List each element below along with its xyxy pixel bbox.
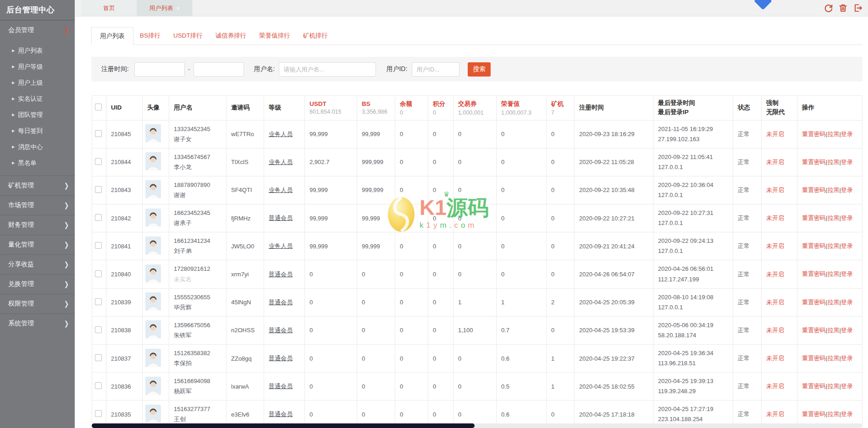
topbar-tab[interactable]: 用户列表 × bbox=[137, 0, 193, 16]
sidebar-group[interactable]: 市场管理 ❯ bbox=[0, 195, 75, 215]
reset-password-link[interactable]: 重置密码 bbox=[802, 214, 826, 221]
row-checkbox[interactable] bbox=[95, 298, 102, 305]
logout-button[interactable] bbox=[853, 3, 862, 13]
row-checkbox[interactable] bbox=[95, 410, 102, 417]
trash-button[interactable] bbox=[838, 3, 848, 13]
reset-password-link[interactable]: 重置密码 bbox=[802, 355, 826, 362]
force-toggle-link[interactable]: 未开启 bbox=[766, 242, 784, 249]
reset-password-link[interactable]: 重置密码 bbox=[802, 411, 826, 417]
topbar-tab[interactable]: 首页 bbox=[82, 0, 137, 16]
select-all-checkbox[interactable] bbox=[95, 104, 102, 110]
search-button[interactable]: 搜索 bbox=[468, 62, 491, 77]
reset-password-link[interactable]: 重置密码 bbox=[802, 299, 826, 306]
page-tab[interactable]: USDT排行 bbox=[167, 27, 209, 44]
blacklist-link[interactable]: 拉黑 bbox=[827, 242, 839, 249]
sidebar-group[interactable]: 量化管理 ❯ bbox=[0, 235, 75, 254]
row-checkbox[interactable] bbox=[95, 354, 102, 361]
page-tab[interactable]: 矿机排行 bbox=[297, 27, 334, 44]
reset-password-link[interactable]: 重置密码 bbox=[802, 383, 826, 390]
login-as-link[interactable]: 登录 bbox=[841, 327, 853, 334]
level-link[interactable]: 普通会员 bbox=[269, 327, 293, 334]
blacklist-link[interactable]: 拉黑 bbox=[827, 214, 839, 221]
row-checkbox[interactable] bbox=[95, 214, 102, 221]
sidebar-group[interactable]: 财务管理 ❯ bbox=[0, 215, 75, 235]
login-as-link[interactable]: 登录 bbox=[841, 131, 853, 137]
blacklist-link[interactable]: 拉黑 bbox=[827, 299, 839, 306]
reg-time-to-input[interactable] bbox=[194, 62, 244, 77]
force-toggle-link[interactable]: 未开启 bbox=[766, 159, 784, 165]
login-as-link[interactable]: 登录 bbox=[841, 411, 853, 417]
reset-password-link[interactable]: 重置密码 bbox=[802, 131, 826, 137]
sidebar-group-member[interactable]: 会员管理 ❯ bbox=[0, 20, 75, 40]
blacklist-link[interactable]: 拉黑 bbox=[827, 327, 839, 334]
force-toggle-link[interactable]: 未开启 bbox=[766, 299, 784, 306]
sidebar-group[interactable]: 兑换管理 ❯ bbox=[0, 274, 75, 294]
force-toggle-link[interactable]: 未开启 bbox=[766, 355, 784, 362]
scrollbar-thumb[interactable] bbox=[92, 423, 475, 428]
force-toggle-link[interactable]: 未开启 bbox=[766, 187, 784, 193]
row-checkbox[interactable] bbox=[95, 270, 102, 277]
row-checkbox[interactable] bbox=[95, 130, 102, 137]
login-as-link[interactable]: 登录 bbox=[841, 355, 853, 362]
sidebar-subitem[interactable]: ▶ 用户列表 bbox=[0, 43, 75, 59]
sidebar-group[interactable]: 分享收益 ❯ bbox=[0, 254, 75, 274]
sidebar-subitem[interactable]: ▶ 实名认证 bbox=[0, 91, 75, 107]
reset-password-link[interactable]: 重置密码 bbox=[802, 159, 826, 165]
level-link[interactable]: 普通会员 bbox=[269, 271, 293, 278]
sidebar-subitem[interactable]: ▶ 用户上级 bbox=[0, 75, 75, 91]
row-checkbox[interactable] bbox=[95, 382, 102, 389]
blacklist-link[interactable]: 拉黑 bbox=[827, 131, 839, 137]
row-checkbox[interactable] bbox=[95, 242, 102, 249]
reg-time-from-input[interactable] bbox=[134, 62, 185, 77]
level-link[interactable]: 业务人员 bbox=[269, 242, 293, 249]
page-tab[interactable]: 荣誉值排行 bbox=[253, 27, 297, 44]
login-as-link[interactable]: 登录 bbox=[841, 242, 853, 249]
blacklist-link[interactable]: 拉黑 bbox=[827, 159, 839, 165]
force-toggle-link[interactable]: 未开启 bbox=[766, 131, 784, 137]
force-toggle-link[interactable]: 未开启 bbox=[766, 214, 784, 221]
blacklist-link[interactable]: 拉黑 bbox=[827, 187, 839, 193]
page-tab[interactable]: 诚信券排行 bbox=[209, 27, 253, 44]
reset-password-link[interactable]: 重置密码 bbox=[802, 327, 826, 334]
username-input[interactable] bbox=[279, 62, 376, 77]
sidebar-group[interactable]: 系统管理 ❯ bbox=[0, 313, 75, 333]
page-tab[interactable]: 用户列表 bbox=[91, 27, 133, 45]
sidebar-subitem[interactable]: ▶ 用户等级 bbox=[0, 59, 75, 75]
force-toggle-link[interactable]: 未开启 bbox=[766, 327, 784, 334]
reset-password-link[interactable]: 重置密码 bbox=[802, 242, 826, 249]
reset-password-link[interactable]: 重置密码 bbox=[802, 270, 826, 277]
userid-input[interactable] bbox=[412, 62, 459, 77]
blacklist-link[interactable]: 拉黑 bbox=[827, 411, 839, 417]
level-link[interactable]: 普通会员 bbox=[269, 214, 293, 221]
row-checkbox[interactable] bbox=[95, 186, 102, 193]
blacklist-link[interactable]: 拉黑 bbox=[827, 383, 839, 390]
level-link[interactable]: 普通会员 bbox=[269, 299, 293, 306]
blacklist-link[interactable]: 拉黑 bbox=[827, 355, 839, 362]
sidebar-group[interactable]: 矿机管理 ❯ bbox=[0, 176, 75, 195]
login-as-link[interactable]: 登录 bbox=[841, 383, 853, 390]
login-as-link[interactable]: 登录 bbox=[841, 187, 853, 193]
login-as-link[interactable]: 登录 bbox=[841, 299, 853, 306]
sidebar-subitem[interactable]: ▶ 消息中心 bbox=[0, 139, 75, 155]
level-link[interactable]: 业务人员 bbox=[269, 159, 293, 165]
row-checkbox[interactable] bbox=[95, 326, 102, 333]
force-toggle-link[interactable]: 未开启 bbox=[766, 271, 784, 278]
level-link[interactable]: 业务人员 bbox=[269, 187, 293, 193]
refresh-button[interactable] bbox=[824, 3, 833, 13]
row-checkbox[interactable] bbox=[95, 158, 102, 165]
level-link[interactable]: 业务人员 bbox=[269, 131, 293, 137]
blacklist-link[interactable]: 拉黑 bbox=[827, 270, 839, 277]
force-toggle-link[interactable]: 未开启 bbox=[766, 383, 784, 390]
level-link[interactable]: 普通会员 bbox=[269, 411, 293, 417]
level-link[interactable]: 普通会员 bbox=[269, 355, 293, 362]
login-as-link[interactable]: 登录 bbox=[841, 270, 853, 277]
page-tab[interactable]: BS排行 bbox=[133, 27, 167, 44]
force-toggle-link[interactable]: 未开启 bbox=[766, 411, 784, 417]
sidebar-subitem[interactable]: ▶ 黑名单 bbox=[0, 155, 75, 171]
sidebar-subitem[interactable]: ▶ 团队管理 bbox=[0, 107, 75, 123]
sidebar-group[interactable]: 权限管理 ❯ bbox=[0, 294, 75, 313]
sidebar-subitem[interactable]: ▶ 每日签到 bbox=[0, 123, 75, 139]
reset-password-link[interactable]: 重置密码 bbox=[802, 187, 826, 193]
level-link[interactable]: 普通会员 bbox=[269, 383, 293, 390]
close-icon[interactable]: × bbox=[176, 5, 180, 11]
